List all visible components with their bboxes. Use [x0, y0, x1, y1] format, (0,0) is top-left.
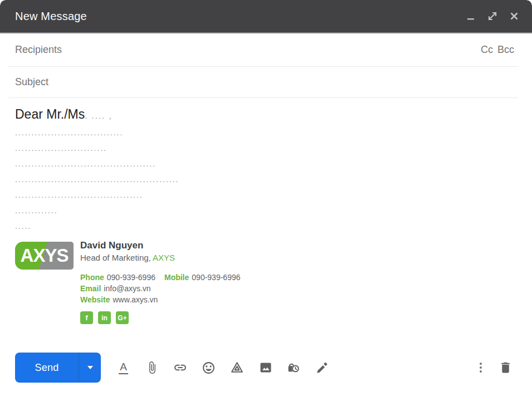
insert-link-icon[interactable]: [173, 360, 187, 375]
dotted-line: .................................: [15, 125, 515, 140]
window-controls: [456, 9, 521, 23]
insert-from-drive-icon[interactable]: [230, 360, 244, 375]
send-dropdown-arrow-icon: [87, 366, 93, 369]
website-label: Website: [80, 295, 110, 304]
compose-toolbar: Send A: [0, 353, 532, 383]
discard-draft-icon[interactable]: [499, 360, 513, 375]
message-body[interactable]: Dear Mr./Ms. .... , ....................…: [0, 98, 532, 324]
job-title-text: Head of Marketing,: [80, 253, 151, 262]
phone-label: Phone: [80, 273, 104, 282]
email-value: info@axys.vn: [104, 284, 150, 293]
insert-emoji-icon[interactable]: [202, 360, 216, 375]
dotted-line: ........................................…: [15, 156, 515, 172]
subject-placeholder: Subject: [15, 76, 48, 88]
website-value: www.axys.vn: [113, 295, 158, 304]
cc-bcc-group: Cc Bcc: [476, 44, 514, 56]
more-options-icon[interactable]: [474, 360, 487, 375]
attach-files-icon[interactable]: [145, 360, 159, 375]
insert-signature-icon[interactable]: [315, 360, 329, 375]
bcc-button[interactable]: Bcc: [497, 44, 514, 56]
website-line: Websitewww.axys.vn: [80, 294, 241, 305]
signature-name: David Nguyen: [80, 239, 241, 252]
dotted-line: .............: [15, 203, 515, 218]
email-line: Emailinfo@axys.vn: [80, 283, 241, 294]
expand-icon[interactable]: [486, 9, 499, 23]
subject-field[interactable]: Subject: [0, 67, 532, 97]
signature-details: David Nguyen Head of Marketing, AXYS Pho…: [80, 239, 241, 324]
greeting-dots: . .... ,: [85, 111, 112, 120]
formatting-toolbar: A: [109, 360, 336, 375]
compose-header[interactable]: New Message: [0, 0, 532, 33]
compose-window: New Message Recipients Cc Bc: [0, 0, 532, 401]
minimize-icon[interactable]: [464, 9, 477, 23]
signature-job-title: Head of Marketing, AXYS: [80, 252, 241, 264]
send-button-group: Send: [15, 353, 101, 383]
window-title: New Message: [15, 10, 87, 23]
googleplus-icon[interactable]: G+: [116, 311, 129, 324]
cc-button[interactable]: Cc: [481, 44, 493, 56]
email-label: Email: [80, 284, 101, 293]
insert-photo-icon[interactable]: [258, 360, 272, 375]
dotted-line: ........................................…: [15, 172, 515, 187]
dotted-line: ............................: [15, 140, 515, 156]
close-icon[interactable]: [507, 9, 521, 23]
phone-value: 090-939-6996: [107, 273, 155, 282]
linkedin-icon[interactable]: in: [98, 311, 111, 324]
mobile-value: 090-939-6996: [192, 273, 240, 282]
recipients-placeholder: Recipients: [15, 44, 62, 56]
recipients-field[interactable]: Recipients Cc Bcc: [0, 33, 532, 66]
send-button[interactable]: Send: [15, 353, 79, 383]
social-icons: f in G+: [80, 311, 241, 324]
confidential-mode-icon[interactable]: [287, 360, 301, 375]
mobile-label: Mobile: [164, 273, 189, 282]
axys-logo-text: AXYS: [21, 245, 69, 266]
underlined-a-glyph: A: [119, 361, 128, 374]
dotted-line: .....: [15, 218, 515, 234]
greeting-text: Dear Mr./Ms: [15, 107, 85, 121]
send-options-button[interactable]: [79, 353, 101, 383]
phone-line: Phone090-939-6996Mobile090-939-6996: [80, 272, 241, 283]
dotted-line: .......................................: [15, 187, 515, 203]
facebook-icon[interactable]: f: [80, 311, 93, 324]
signature-contacts: Phone090-939-6996Mobile090-939-6996 Emai…: [80, 272, 241, 305]
axys-logo: AXYS: [15, 242, 74, 270]
email-signature: AXYS David Nguyen Head of Marketing, AXY…: [15, 239, 515, 324]
greeting-line: Dear Mr./Ms. .... ,: [15, 105, 515, 125]
formatting-options-icon[interactable]: A: [116, 360, 130, 375]
company-name: AXYS: [153, 253, 175, 262]
